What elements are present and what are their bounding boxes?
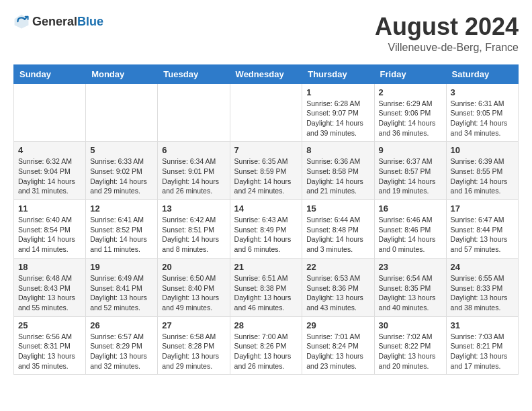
day-info: Sunrise: 6:54 AM Sunset: 8:35 PM Dayligh… <box>379 273 442 313</box>
day-number: 20 <box>162 262 225 272</box>
day-number: 4 <box>18 145 81 155</box>
day-number: 23 <box>379 262 442 272</box>
day-info: Sunrise: 6:56 AM Sunset: 8:31 PM Dayligh… <box>18 332 81 371</box>
day-number: 5 <box>90 145 153 155</box>
day-info: Sunrise: 6:51 AM Sunset: 8:38 PM Dayligh… <box>234 273 298 313</box>
day-cell: 16Sunrise: 6:46 AM Sunset: 8:46 PM Dayli… <box>374 200 446 259</box>
day-info: Sunrise: 7:03 AM Sunset: 8:21 PM Dayligh… <box>451 332 514 371</box>
day-info: Sunrise: 6:50 AM Sunset: 8:40 PM Dayligh… <box>162 273 225 313</box>
logo-text: GeneralBlue <box>32 15 103 29</box>
day-cell: 21Sunrise: 6:51 AM Sunset: 8:38 PM Dayli… <box>230 258 302 316</box>
day-number: 7 <box>234 145 298 155</box>
day-cell: 13Sunrise: 6:42 AM Sunset: 8:51 PM Dayli… <box>158 200 230 259</box>
day-cell <box>14 83 86 142</box>
week-row-1: 4Sunrise: 6:32 AM Sunset: 9:04 PM Daylig… <box>14 142 519 200</box>
day-info: Sunrise: 6:29 AM Sunset: 9:06 PM Dayligh… <box>379 99 442 138</box>
day-cell: 6Sunrise: 6:34 AM Sunset: 9:01 PM Daylig… <box>158 142 230 200</box>
day-number: 21 <box>234 262 298 272</box>
day-cell: 1Sunrise: 6:28 AM Sunset: 9:07 PM Daylig… <box>302 83 374 142</box>
month-year: August 2024 <box>375 13 519 40</box>
week-row-3: 18Sunrise: 6:48 AM Sunset: 8:43 PM Dayli… <box>14 258 519 316</box>
day-number: 30 <box>379 320 442 330</box>
day-cell: 15Sunrise: 6:44 AM Sunset: 8:48 PM Dayli… <box>302 200 374 259</box>
day-info: Sunrise: 6:41 AM Sunset: 8:52 PM Dayligh… <box>90 215 153 255</box>
day-number: 18 <box>18 262 81 272</box>
day-cell <box>86 83 158 142</box>
day-cell: 30Sunrise: 7:02 AM Sunset: 8:22 PM Dayli… <box>374 316 446 375</box>
day-info: Sunrise: 6:43 AM Sunset: 8:49 PM Dayligh… <box>234 215 298 255</box>
day-info: Sunrise: 6:49 AM Sunset: 8:41 PM Dayligh… <box>90 273 153 313</box>
day-info: Sunrise: 6:42 AM Sunset: 8:51 PM Dayligh… <box>162 215 225 255</box>
day-cell: 17Sunrise: 6:47 AM Sunset: 8:44 PM Dayli… <box>446 200 518 259</box>
day-cell: 8Sunrise: 6:36 AM Sunset: 8:58 PM Daylig… <box>302 142 374 200</box>
day-header-thursday: Thursday <box>302 64 374 83</box>
day-info: Sunrise: 6:48 AM Sunset: 8:43 PM Dayligh… <box>18 273 81 313</box>
day-number: 29 <box>306 320 369 330</box>
day-cell: 4Sunrise: 6:32 AM Sunset: 9:04 PM Daylig… <box>14 142 86 200</box>
day-cell: 25Sunrise: 6:56 AM Sunset: 8:31 PM Dayli… <box>14 316 86 375</box>
day-info: Sunrise: 6:46 AM Sunset: 8:46 PM Dayligh… <box>379 215 442 255</box>
day-number: 17 <box>451 203 514 214</box>
day-cell: 5Sunrise: 6:33 AM Sunset: 9:02 PM Daylig… <box>86 142 158 200</box>
week-row-0: 1Sunrise: 6:28 AM Sunset: 9:07 PM Daylig… <box>14 83 519 142</box>
day-number: 31 <box>451 320 514 330</box>
day-header-sunday: Sunday <box>14 64 86 83</box>
day-info: Sunrise: 6:37 AM Sunset: 8:57 PM Dayligh… <box>379 156 442 196</box>
day-number: 22 <box>306 262 369 272</box>
day-cell: 24Sunrise: 6:55 AM Sunset: 8:33 PM Dayli… <box>446 258 518 316</box>
day-number: 15 <box>306 203 369 214</box>
day-info: Sunrise: 7:01 AM Sunset: 8:24 PM Dayligh… <box>306 332 369 371</box>
day-info: Sunrise: 6:35 AM Sunset: 8:59 PM Dayligh… <box>234 156 298 196</box>
header: GeneralBlue August 2024 Villeneuve-de-Be… <box>13 13 519 54</box>
day-cell: 20Sunrise: 6:50 AM Sunset: 8:40 PM Dayli… <box>158 258 230 316</box>
day-number: 19 <box>90 262 153 272</box>
logo: GeneralBlue <box>13 13 103 30</box>
day-number: 1 <box>306 87 369 97</box>
day-info: Sunrise: 6:39 AM Sunset: 8:55 PM Dayligh… <box>451 156 514 196</box>
day-info: Sunrise: 6:32 AM Sunset: 9:04 PM Dayligh… <box>18 156 81 196</box>
day-info: Sunrise: 6:40 AM Sunset: 8:54 PM Dayligh… <box>18 215 81 255</box>
day-info: Sunrise: 6:58 AM Sunset: 8:28 PM Dayligh… <box>162 332 225 371</box>
day-headers-row: SundayMondayTuesdayWednesdayThursdayFrid… <box>14 64 519 83</box>
day-info: Sunrise: 6:33 AM Sunset: 9:02 PM Dayligh… <box>90 156 153 196</box>
day-number: 25 <box>18 320 81 330</box>
day-cell: 11Sunrise: 6:40 AM Sunset: 8:54 PM Dayli… <box>14 200 86 259</box>
day-cell <box>158 83 230 142</box>
day-info: Sunrise: 6:53 AM Sunset: 8:36 PM Dayligh… <box>306 273 369 313</box>
day-cell: 22Sunrise: 6:53 AM Sunset: 8:36 PM Dayli… <box>302 258 374 316</box>
day-number: 8 <box>306 145 369 155</box>
day-number: 28 <box>234 320 298 330</box>
logo-icon <box>13 13 30 30</box>
day-info: Sunrise: 6:55 AM Sunset: 8:33 PM Dayligh… <box>451 273 514 313</box>
day-header-wednesday: Wednesday <box>230 64 302 83</box>
week-row-4: 25Sunrise: 6:56 AM Sunset: 8:31 PM Dayli… <box>14 316 519 375</box>
day-info: Sunrise: 6:57 AM Sunset: 8:29 PM Dayligh… <box>90 332 153 371</box>
logo-blue: Blue <box>77 15 103 28</box>
day-info: Sunrise: 6:34 AM Sunset: 9:01 PM Dayligh… <box>162 156 225 196</box>
day-cell: 28Sunrise: 7:00 AM Sunset: 8:26 PM Dayli… <box>230 316 302 375</box>
day-cell: 26Sunrise: 6:57 AM Sunset: 8:29 PM Dayli… <box>86 316 158 375</box>
day-cell <box>230 83 302 142</box>
day-cell: 12Sunrise: 6:41 AM Sunset: 8:52 PM Dayli… <box>86 200 158 259</box>
day-info: Sunrise: 7:00 AM Sunset: 8:26 PM Dayligh… <box>234 332 298 371</box>
day-cell: 27Sunrise: 6:58 AM Sunset: 8:28 PM Dayli… <box>158 316 230 375</box>
title-section: August 2024 Villeneuve-de-Berg, France <box>375 13 519 54</box>
week-row-2: 11Sunrise: 6:40 AM Sunset: 8:54 PM Dayli… <box>14 200 519 259</box>
day-header-tuesday: Tuesday <box>158 64 230 83</box>
day-number: 24 <box>451 262 514 272</box>
day-info: Sunrise: 6:36 AM Sunset: 8:58 PM Dayligh… <box>306 156 369 196</box>
day-number: 13 <box>162 203 225 214</box>
day-info: Sunrise: 7:02 AM Sunset: 8:22 PM Dayligh… <box>379 332 442 371</box>
day-info: Sunrise: 6:47 AM Sunset: 8:44 PM Dayligh… <box>451 215 514 255</box>
day-info: Sunrise: 6:44 AM Sunset: 8:48 PM Dayligh… <box>306 215 369 255</box>
day-cell: 29Sunrise: 7:01 AM Sunset: 8:24 PM Dayli… <box>302 316 374 375</box>
day-cell: 23Sunrise: 6:54 AM Sunset: 8:35 PM Dayli… <box>374 258 446 316</box>
day-number: 2 <box>379 87 442 97</box>
day-number: 27 <box>162 320 225 330</box>
day-cell: 10Sunrise: 6:39 AM Sunset: 8:55 PM Dayli… <box>446 142 518 200</box>
day-number: 11 <box>18 203 81 214</box>
day-header-friday: Friday <box>374 64 446 83</box>
day-info: Sunrise: 6:31 AM Sunset: 9:05 PM Dayligh… <box>451 99 514 138</box>
day-number: 10 <box>451 145 514 155</box>
logo-general: General <box>32 15 77 28</box>
